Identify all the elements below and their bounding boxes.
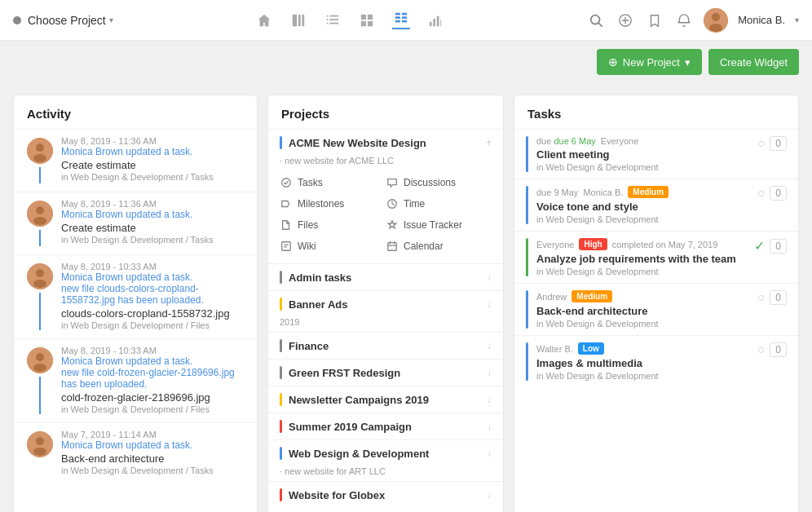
svg-rect-10 xyxy=(368,14,373,19)
activity-user-link[interactable]: Monica Brown updated a task. xyxy=(61,355,244,367)
svg-rect-14 xyxy=(402,12,407,15)
activity-item: May 8, 2019 - 10:33 AM Monica Brown upda… xyxy=(14,338,257,422)
feature-issue-tracker[interactable]: Issue Tracker xyxy=(386,216,492,234)
task-meta: Walter B. Low xyxy=(536,342,757,355)
project-name-row: Newsletter Campaigns 2019 xyxy=(280,393,429,406)
expand-icon[interactable]: ↓ xyxy=(487,367,492,378)
project-row[interactable]: Green FRST Redesign ↓ xyxy=(268,360,503,386)
activity-file-link[interactable]: new file cold-frozen-glacier-2189696.jpg… xyxy=(61,367,244,390)
add-icon[interactable] xyxy=(616,11,635,30)
nav-grid-icon[interactable] xyxy=(358,11,376,29)
activity-left xyxy=(27,346,53,414)
project-name: ACME New Website Design xyxy=(289,137,426,149)
feature-discussions[interactable]: Discussions xyxy=(386,174,492,192)
project-row[interactable]: Website for Globex ↓ xyxy=(268,482,503,508)
task-info: Everyone High completed on May 7, 2019 A… xyxy=(536,238,754,276)
nav-list-icon[interactable] xyxy=(324,11,342,29)
project-name: Admin tasks xyxy=(289,271,351,284)
nav-home-icon[interactable] xyxy=(255,11,273,29)
project-chooser[interactable]: Choose Project ▾ xyxy=(28,14,113,27)
svg-rect-16 xyxy=(402,16,407,19)
expand-icon[interactable]: + xyxy=(486,137,492,148)
project-name-row: Banner Ads xyxy=(280,298,347,311)
task-complete-icon[interactable]: ○ xyxy=(757,136,766,151)
svg-rect-7 xyxy=(327,22,329,24)
activity-file-link[interactable]: new file clouds-colors-cropland-1558732.… xyxy=(61,283,244,306)
task-complete-icon[interactable]: ○ xyxy=(757,342,766,357)
svg-point-30 xyxy=(709,24,722,32)
search-icon[interactable] xyxy=(586,11,606,30)
activity-item: May 8, 2019 - 11:36 AM Monica Brown upda… xyxy=(14,129,257,192)
task-name[interactable]: Back-end architecture xyxy=(536,305,757,317)
svg-rect-5 xyxy=(327,19,329,20)
nav-chart-icon[interactable] xyxy=(426,11,444,29)
project-name-row: Web Design & Development xyxy=(280,447,429,460)
task-name[interactable]: Analyze job requirements with the team xyxy=(536,253,754,265)
files-icon xyxy=(280,218,293,232)
svg-rect-4 xyxy=(329,15,338,16)
avatar[interactable] xyxy=(704,8,728,33)
project-row[interactable]: Admin tasks ↓ xyxy=(268,264,503,290)
bookmark-icon[interactable] xyxy=(645,11,664,30)
user-menu-chevron[interactable]: ▾ xyxy=(795,15,799,24)
plus-circle-icon: ⊕ xyxy=(608,55,618,68)
new-project-chevron: ▾ xyxy=(685,56,691,68)
task-assignee: Everyone xyxy=(536,240,574,249)
activity-user-link[interactable]: Monica Brown updated a task. xyxy=(61,146,244,157)
task-location: in Web Design & Development xyxy=(536,319,757,329)
nav-kanban-icon[interactable] xyxy=(289,11,307,29)
task-name[interactable]: Client meeting xyxy=(536,148,757,161)
nav-table-icon[interactable] xyxy=(392,11,410,29)
task-count: 0 xyxy=(770,290,787,305)
notification-icon[interactable] xyxy=(674,11,694,30)
expand-icon[interactable]: ↓ xyxy=(487,394,492,405)
header: Choose Project ▾ xyxy=(0,0,812,41)
avatar xyxy=(27,431,53,457)
user-name: Monica B. xyxy=(738,14,785,26)
project-row[interactable]: Summer 2019 Campaign ↓ xyxy=(268,413,503,439)
svg-point-29 xyxy=(712,13,720,21)
expand-icon[interactable]: ↓ xyxy=(487,489,492,501)
task-name[interactable]: Voice tone and style xyxy=(536,201,757,213)
task-assignee: Everyone xyxy=(601,136,638,146)
new-project-button[interactable]: ⊕ New Project ▾ xyxy=(597,49,702,75)
feature-milestones[interactable]: Milestones xyxy=(280,195,386,213)
list-item: due due 6 May Everyone Client meeting in… xyxy=(514,129,798,179)
feature-wiki[interactable]: Wiki xyxy=(280,237,386,255)
task-location: in Web Design & Development xyxy=(536,162,757,172)
task-complete-icon[interactable]: ○ xyxy=(757,290,766,305)
activity-content: May 7, 2019 - 11:14 AM Monica Brown upda… xyxy=(61,430,244,475)
project-row[interactable]: Newsletter Campaigns 2019 ↓ xyxy=(268,386,503,413)
svg-rect-1 xyxy=(298,14,301,25)
calendar-icon xyxy=(386,240,399,253)
priority-tag: Low xyxy=(578,342,604,355)
project-row[interactable]: ACME New Website Design + xyxy=(268,130,503,156)
project-status-dot xyxy=(13,16,21,24)
activity-user-link[interactable]: Monica Brown updated a task. xyxy=(61,209,244,220)
feature-time[interactable]: Time xyxy=(386,195,492,213)
project-row[interactable]: Web Design & Development ↓ xyxy=(268,440,503,466)
expand-icon[interactable]: ↓ xyxy=(487,448,492,459)
project-name-row: ACME New Website Design xyxy=(280,136,426,149)
expand-icon[interactable]: ↓ xyxy=(487,421,492,432)
task-info: due due 6 May Everyone Client meeting in… xyxy=(536,136,757,172)
project-row[interactable]: Banner Ads ↓ xyxy=(268,291,503,317)
create-widget-button[interactable]: Create Widget xyxy=(708,49,799,75)
task-complete-icon[interactable]: ○ xyxy=(757,186,766,201)
project-name: Finance xyxy=(289,340,329,352)
svg-rect-6 xyxy=(329,19,338,20)
expand-icon[interactable]: ↓ xyxy=(487,340,492,351)
activity-user-link[interactable]: Monica Brown updated a task. xyxy=(61,271,244,283)
project-row[interactable]: Finance ↓ xyxy=(268,333,503,359)
task-name[interactable]: Images & multimedia xyxy=(536,357,757,369)
task-complete-icon[interactable]: ✓ xyxy=(754,238,765,254)
wiki-icon xyxy=(280,240,293,253)
feature-files[interactable]: Files xyxy=(280,216,386,234)
activity-user-link[interactable]: Monica Brown updated a task. xyxy=(61,439,244,451)
expand-icon[interactable]: ↓ xyxy=(487,271,492,283)
feature-calendar[interactable]: Calendar xyxy=(386,237,492,255)
expand-icon[interactable]: ↓ xyxy=(487,298,492,310)
feature-tasks[interactable]: Tasks xyxy=(280,174,386,192)
activity-description: clouds-colors-cropland-1558732.jpg xyxy=(61,307,244,320)
svg-point-39 xyxy=(33,280,46,288)
